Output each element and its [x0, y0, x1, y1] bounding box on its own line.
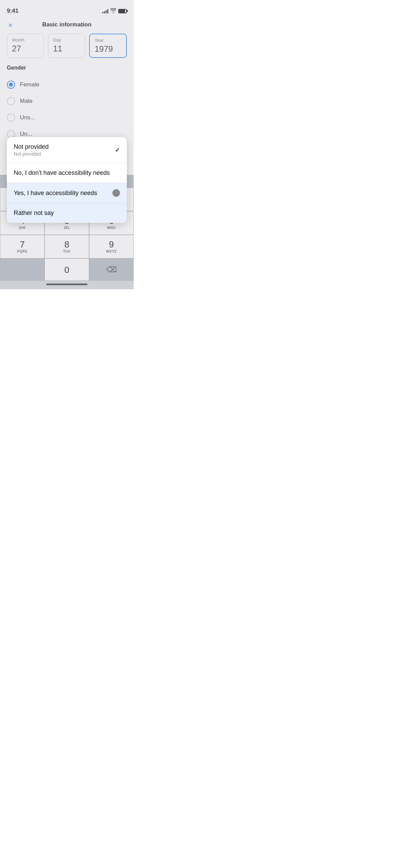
- dropdown-item-rather-not-say[interactable]: Rather not say: [7, 203, 127, 223]
- checkmark-icon: ✓: [115, 146, 120, 154]
- dropdown-item-not-provided-subtitle: Not provided: [14, 151, 49, 157]
- dropdown-item-yes-accessibility[interactable]: Yes, I have accessibility needs: [7, 183, 127, 203]
- accessibility-dropdown: Not provided Not provided ✓ No, I don't …: [7, 137, 127, 223]
- dropdown-item-not-provided-title: Not provided: [14, 143, 49, 150]
- dropdown-item-no-accessibility[interactable]: No, I don't have accessibility needs: [7, 163, 127, 183]
- dropdown-item-rather-not-say-title: Rather not say: [14, 209, 54, 217]
- dropdown-item-not-provided[interactable]: Not provided Not provided ✓: [7, 137, 127, 163]
- dropdown-item-no-accessibility-title: No, I don't have accessibility needs: [14, 169, 110, 177]
- dropdown-item-yes-accessibility-title: Yes, I have accessibility needs: [14, 190, 97, 197]
- dot-indicator-icon: [112, 189, 120, 197]
